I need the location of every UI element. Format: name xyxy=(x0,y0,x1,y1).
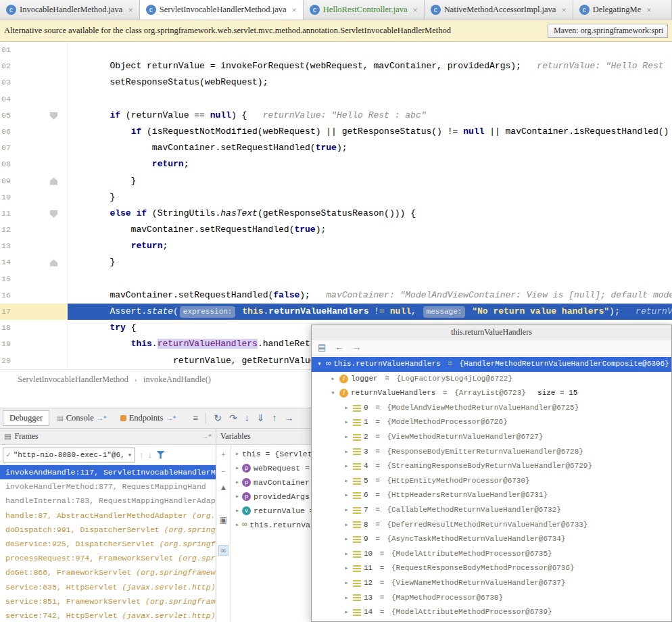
code-token[interactable]: hasText xyxy=(220,208,258,218)
variable-node-row[interactable]: ▸1 = {ModelMethodProcessor@6726} xyxy=(312,415,671,430)
view-as-tree-icon[interactable]: ▤ xyxy=(318,342,326,353)
code-token[interactable] xyxy=(68,322,110,333)
code-token[interactable] xyxy=(68,126,131,137)
variable-node-row[interactable]: ▸0 = {ModelAndViewMethodReturnValueHandl… xyxy=(312,401,671,416)
move-watch-up-icon[interactable]: ▲ xyxy=(220,483,228,493)
chevron-right-icon[interactable]: ▸ xyxy=(235,447,239,461)
frame-row[interactable]: invokeHandlerMethod:877, RequestMappingH… xyxy=(0,479,216,494)
tab-debugger[interactable]: Debugger xyxy=(3,410,49,426)
chevron-right-icon[interactable]: ▸ xyxy=(343,488,350,503)
chevron-right-icon[interactable]: ▸ xyxy=(343,459,350,474)
variable-node-row[interactable]: ▸14 = {ModelAttributeMethodProcessor@673… xyxy=(312,605,671,620)
editor-gutter[interactable]: 10 xyxy=(0,189,68,206)
code-token[interactable]: this xyxy=(131,339,152,349)
code-token[interactable]: ; xyxy=(162,241,168,251)
code-token[interactable]: else xyxy=(110,208,130,218)
variable-node-row[interactable]: ▸6 = {HttpHeadersReturnValueHandler@6731… xyxy=(312,488,671,503)
code-token[interactable]: mavContainer.setRequestHandled( xyxy=(68,143,316,153)
code-content[interactable]: Object returnValue = invokeForRequest(we… xyxy=(68,58,672,74)
editor-gutter[interactable]: 07 xyxy=(0,140,68,156)
chevron-right-icon[interactable]: ▸ xyxy=(235,504,239,518)
chevron-right-icon[interactable]: ▸ xyxy=(343,474,350,489)
editor-gutter[interactable]: 12 xyxy=(0,222,68,238)
breadcrumb-method[interactable]: invokeAndHandle() xyxy=(143,375,211,385)
frames-pin-icon[interactable]: →* xyxy=(201,433,212,440)
variable-node-row[interactable]: ▸10 = {ModelAttributeMethodProcessor@673… xyxy=(312,547,671,562)
frame-row[interactable]: doService:925, DispatcherServlet (org.sp… xyxy=(0,537,216,551)
frame-row[interactable]: service:742, HttpServlet (javax.servlet.… xyxy=(0,608,216,622)
code-token[interactable]: returnValueHandlers xyxy=(158,339,258,349)
editor-tab[interactable]: cNativeMethodAccessorImpl.java× xyxy=(425,0,573,20)
code-token[interactable]: { xyxy=(126,322,137,333)
variable-node-row[interactable]: ▸13 = {MapMethodProcessor@6738} xyxy=(312,591,671,606)
move-down-icon[interactable]: ↓ xyxy=(148,450,153,460)
step-over-icon[interactable]: ↷ xyxy=(229,412,237,424)
code-token[interactable]: null xyxy=(463,126,484,137)
chevron-right-icon[interactable]: ▸ xyxy=(343,401,350,416)
code-token[interactable] xyxy=(68,159,152,169)
frame-row[interactable]: service:635, HttpServlet (javax.servlet.… xyxy=(0,580,216,594)
editor-gutter[interactable]: 14 xyxy=(0,254,68,270)
chevron-right-icon[interactable]: ▸ xyxy=(343,605,350,620)
code-content[interactable]: if (isRequestNotModified(webRequest) || … xyxy=(68,124,672,140)
move-up-icon[interactable]: ↑ xyxy=(139,450,144,460)
code-token[interactable]: } xyxy=(68,176,136,186)
editor-gutter[interactable]: 05 xyxy=(0,107,68,124)
code-content[interactable]: } xyxy=(68,189,672,206)
chevron-right-icon[interactable]: ▸ xyxy=(343,503,350,518)
code-content[interactable]: mavContainer.setRequestHandled(true); xyxy=(68,222,672,238)
variable-node-row[interactable]: ▸9 = {AsyncTaskMethodReturnValueHandler@… xyxy=(312,532,671,547)
code-content[interactable]: mavContainer.setRequestHandled(true); xyxy=(68,140,672,156)
code-token[interactable]: mavContainer.setRequestHandled( xyxy=(68,224,294,235)
variable-node-row[interactable]: ▸3 = {ResponseBodyEmitterReturnValueHand… xyxy=(312,445,671,460)
code-token[interactable]: , xyxy=(411,306,422,316)
forward-icon[interactable]: → xyxy=(352,342,361,353)
editor-tab[interactable]: cInvocableHandlerMethod.java× xyxy=(0,0,140,20)
filter-frames-icon[interactable] xyxy=(156,451,165,459)
editor-gutter[interactable]: 20 xyxy=(0,353,68,369)
variable-node-row[interactable]: ▾freturnValueHandlers = {ArrayList@6723}… xyxy=(312,386,671,401)
code-content[interactable]: setResponseStatus(webRequest); xyxy=(68,74,672,91)
code-content[interactable]: else if (StringUtils.hasText(getResponse… xyxy=(68,206,672,222)
variable-node-row[interactable]: ▸2 = {ViewMethodReturnValueHandler@6727} xyxy=(312,430,671,445)
code-token[interactable]: Assert. xyxy=(68,306,147,316)
chevron-right-icon[interactable]: ▸ xyxy=(235,461,239,475)
code-token[interactable]: } xyxy=(68,192,115,202)
tab-console[interactable]: ▤Console→* xyxy=(51,411,112,425)
variable-node-row[interactable]: ▸11 = {RequestResponseBodyMethodProcesso… xyxy=(312,561,671,576)
chevron-right-icon[interactable]: ▸ xyxy=(343,430,350,445)
code-token[interactable]: null xyxy=(390,306,411,316)
editor-gutter[interactable]: 08 xyxy=(0,156,68,172)
code-token[interactable] xyxy=(68,241,131,251)
variable-node-row[interactable]: ▸8 = {DeferredResultMethodReturnValueHan… xyxy=(312,518,671,533)
tab-close-icon[interactable]: × xyxy=(412,5,417,16)
editor-gutter[interactable]: 11 xyxy=(0,206,68,222)
variable-node-row[interactable]: ▸5 = {HttpEntityMethodProcessor@6730} xyxy=(312,474,671,489)
code-content[interactable]: return; xyxy=(68,156,672,172)
variable-node-row[interactable]: ▸4 = {StreamingResponseBodyReturnValueHa… xyxy=(312,459,671,474)
variable-node-row[interactable]: ▸flogger = {LogFactory$Log4jLog@6722} xyxy=(312,372,671,387)
frame-row[interactable]: invokeAndHandle:117, ServletInvocableHan… xyxy=(0,465,216,479)
editor-tab[interactable]: cServletInvocableHandlerMethod.java× xyxy=(140,0,304,20)
chevron-right-icon[interactable]: ▸ xyxy=(235,518,239,532)
code-token[interactable]: if xyxy=(136,208,147,218)
code-token[interactable]: false xyxy=(273,290,299,300)
chevron-right-icon[interactable]: ▸ xyxy=(343,547,350,562)
remove-watch-icon[interactable]: − xyxy=(221,466,226,477)
run-to-cursor-icon[interactable]: → xyxy=(285,413,294,424)
back-icon[interactable]: ← xyxy=(335,342,343,353)
code-token[interactable]: } xyxy=(68,257,115,267)
show-execution-point-icon[interactable]: ↻ xyxy=(214,412,222,424)
add-watch-icon[interactable]: + xyxy=(221,450,226,460)
chevron-right-icon[interactable]: ▸ xyxy=(235,489,239,504)
thread-selector[interactable]: ✓ "http-nio-8080-exec-1"@6,... ▾ xyxy=(3,448,135,462)
code-token[interactable]: Object returnValue = invokeForRequest(we… xyxy=(68,61,521,71)
editor-gutter[interactable]: 09 xyxy=(0,173,68,189)
code-editor[interactable]: 0102 Object returnValue = invokeForReque… xyxy=(0,42,672,369)
code-token[interactable]: setResponseStatus(webRequest); xyxy=(68,77,268,87)
breadcrumb-class[interactable]: ServletInvocableHandlerMethod xyxy=(18,375,128,385)
tab-close-icon[interactable]: × xyxy=(128,5,133,16)
code-token[interactable]: != xyxy=(369,306,390,316)
code-token[interactable]: if xyxy=(110,110,120,120)
frame-row[interactable]: handle:87, AbstractHandlerMethodAdapter … xyxy=(0,508,216,523)
